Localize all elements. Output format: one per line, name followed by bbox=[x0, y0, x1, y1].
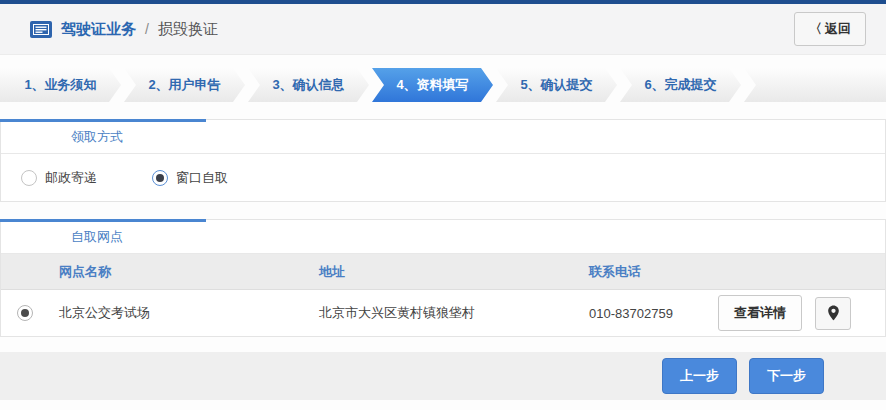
view-details-button[interactable]: 查看详情 bbox=[718, 295, 802, 331]
card-list-icon bbox=[30, 21, 52, 38]
pickup-method-title: 领取方式 bbox=[1, 120, 885, 154]
next-step-button[interactable]: 下一步 bbox=[749, 358, 824, 394]
page-title: 驾驶证业务 bbox=[61, 20, 136, 39]
radio-window-pickup-icon[interactable] bbox=[152, 170, 168, 186]
map-pin-button[interactable] bbox=[815, 297, 851, 330]
table-header-row: 网点名称 地址 联系电话 bbox=[1, 254, 885, 290]
breadcrumb: 驾驶证业务 / 损毁换证 bbox=[30, 20, 218, 39]
radio-option-window-pickup[interactable]: 窗口自取 bbox=[152, 169, 228, 187]
radio-window-pickup-label: 窗口自取 bbox=[176, 169, 228, 187]
table-row[interactable]: 北京公交考试场 北京市大兴区黄村镇狼垡村 010-83702759 查看详情 bbox=[1, 290, 885, 336]
step-2-user-declaration[interactable]: 2、用户申告 bbox=[124, 68, 245, 102]
map-pin-icon bbox=[827, 305, 840, 321]
radio-postal-label: 邮政寄递 bbox=[45, 169, 97, 187]
step-1-business-notice[interactable]: 1、业务须知 bbox=[0, 68, 121, 102]
column-header-name: 网点名称 bbox=[49, 263, 309, 281]
breadcrumb-separator: / bbox=[145, 21, 149, 37]
pickup-method-options: 邮政寄递 窗口自取 bbox=[1, 154, 885, 201]
step-3-confirm-info[interactable]: 3、确认信息 bbox=[248, 68, 369, 102]
page-subtitle: 损毁换证 bbox=[158, 20, 218, 39]
column-header-address: 地址 bbox=[309, 263, 579, 281]
radio-row-select-icon[interactable] bbox=[17, 305, 33, 321]
pickup-method-panel: 领取方式 邮政寄递 窗口自取 bbox=[0, 119, 886, 202]
radio-option-postal[interactable]: 邮政寄递 bbox=[21, 169, 97, 187]
row-location-address: 北京市大兴区黄村镇狼垡村 bbox=[309, 304, 579, 322]
step-5-confirm-submit[interactable]: 5、确认提交 bbox=[496, 68, 617, 102]
chevron-left-icon: 〈 bbox=[809, 20, 822, 38]
row-location-name: 北京公交考试场 bbox=[49, 304, 309, 322]
panel-accent-line bbox=[0, 119, 206, 122]
step-bar-filler bbox=[744, 68, 886, 102]
back-button[interactable]: 〈 返回 bbox=[794, 12, 866, 46]
column-header-phone: 联系电话 bbox=[579, 263, 714, 281]
pickup-location-panel: 自取网点 网点名称 地址 联系电话 北京公交考试场 北京市大兴区黄村镇狼垡村 0… bbox=[0, 219, 886, 337]
back-button-label: 返回 bbox=[825, 20, 851, 38]
step-wizard: 1、业务须知 2、用户申告 3、确认信息 4、资料填写 5、确认提交 6、完成提… bbox=[0, 68, 886, 102]
panel-accent-line bbox=[0, 219, 206, 222]
row-location-phone: 010-83702759 bbox=[579, 306, 714, 321]
step-4-fill-data[interactable]: 4、资料填写 bbox=[372, 68, 493, 102]
radio-postal-icon[interactable] bbox=[21, 170, 37, 186]
pickup-location-title: 自取网点 bbox=[1, 220, 885, 254]
previous-step-button[interactable]: 上一步 bbox=[662, 358, 737, 394]
page-header: 驾驶证业务 / 损毁换证 〈 返回 bbox=[0, 4, 886, 55]
step-6-complete-submit[interactable]: 6、完成提交 bbox=[620, 68, 741, 102]
footer-bar: 上一步 下一步 bbox=[0, 352, 886, 400]
